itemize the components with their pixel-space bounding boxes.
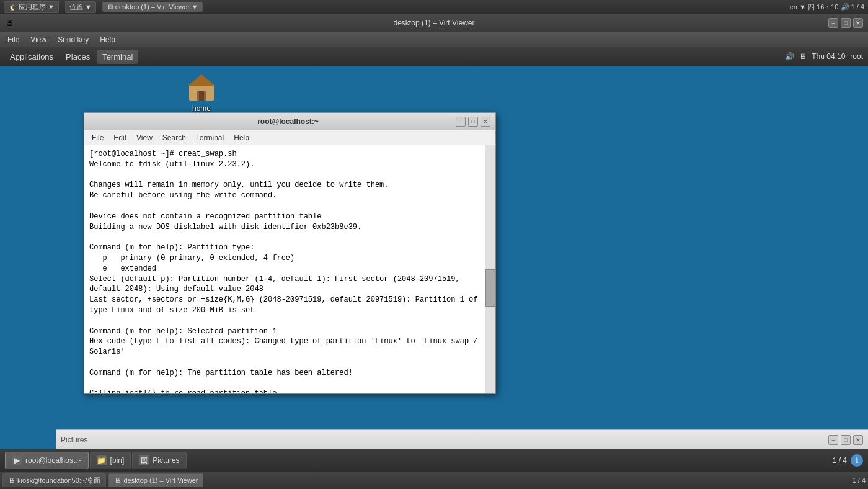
os-taskbar-virt-label: desktop (1) – Virt Viewer: [123, 477, 198, 484]
gnome-terminal-menu[interactable]: Terminal: [97, 50, 138, 64]
terminal-minimize-btn[interactable]: –: [456, 117, 466, 127]
app-menu-btn[interactable]: 🐧 应用程序 ▼: [4, 1, 59, 13]
terminal-menu-view[interactable]: View: [131, 132, 157, 143]
pictures-close-btn[interactable]: ✕: [853, 435, 863, 445]
pictures-maximize-btn[interactable]: □: [841, 435, 851, 445]
os-taskbar: 🖥 kiosk@foundation50:~/桌面 🖥 desktop (1) …: [0, 472, 868, 489]
os-taskbar-kiosk-icon: 🖥: [8, 477, 15, 484]
pictures-minimize-btn[interactable]: –: [828, 435, 838, 445]
terminal-window-buttons: – □ ✕: [456, 117, 490, 127]
active-app-icon: 🖥: [107, 3, 113, 11]
gnome-volume-icon: 🔊: [785, 52, 794, 61]
os-taskbar-kiosk-label: kiosk@foundation50:~/桌面: [17, 476, 100, 485]
taskbar-item-terminal[interactable]: ▶ root@localhost:~: [5, 452, 89, 469]
virt-viewer-menu-file[interactable]: File: [2, 34, 24, 45]
app-menu-label: 应用程序: [19, 2, 46, 12]
taskbar-pictures-label: Pictures: [153, 456, 179, 465]
places-menu-arrow: ▼: [85, 3, 92, 11]
gnome-bottom-taskbar: ▶ root@localhost:~ 📁 [bin] 🖼 Pictures 1 …: [0, 449, 868, 472]
gnome-applications-menu[interactable]: Applications: [5, 50, 58, 64]
virt-viewer-title: desktop (1) – Virt Viewer: [394, 19, 475, 27]
terminal-menu-edit[interactable]: Edit: [108, 132, 131, 143]
terminal-titlebar: root@localhost:~ – □ ✕: [84, 113, 495, 130]
os-taskbar-btn-virt[interactable]: 🖥 desktop (1) – Virt Viewer: [108, 473, 203, 487]
gnome-network-icon: 🖥: [799, 52, 807, 61]
app-menu-icon: 🐧: [8, 3, 17, 11]
terminal-body[interactable]: [root@localhost ~]# creat_swap.sh Welcom…: [84, 145, 495, 393]
svg-rect-3: [199, 91, 204, 101]
active-app-arrow: ▼: [192, 3, 198, 11]
terminal-menu-help[interactable]: Help: [229, 132, 254, 143]
os-taskbar-btn-kiosk[interactable]: 🖥 kiosk@foundation50:~/桌面: [2, 473, 106, 487]
pictures-window: Pictures – □ ✕: [56, 429, 868, 449]
chinese-taskbar-right: en ▼ 四 16：10 🔊 1 / 4: [790, 2, 864, 12]
taskbar-terminal-label: root@localhost:~: [25, 456, 82, 465]
terminal-scrollbar[interactable]: [485, 145, 495, 393]
app-menu-arrow: ▼: [48, 3, 55, 11]
virt-viewer-minimize-btn[interactable]: –: [828, 18, 838, 28]
terminal-window: root@localhost:~ – □ ✕ File Edit View Se…: [84, 112, 496, 394]
virt-viewer-menu-view[interactable]: View: [25, 34, 51, 45]
home-icon: [187, 72, 216, 102]
terminal-scrollbar-thumb[interactable]: [485, 269, 495, 307]
home-icon-label: home: [192, 104, 211, 113]
active-app-label: desktop (1) – Virt Viewer: [115, 3, 190, 11]
terminal-title: root@localhost:~: [257, 117, 319, 126]
os-taskbar-right: 1 / 4: [852, 477, 866, 484]
gnome-places-menu[interactable]: Places: [61, 50, 95, 64]
taskbar-item-bin[interactable]: 📁 [bin]: [90, 452, 131, 469]
terminal-menu-search[interactable]: Search: [157, 132, 191, 143]
terminal-maximize-btn[interactable]: □: [468, 117, 478, 127]
chinese-taskbar: 🐧 应用程序 ▼ 位置 ▼ 🖥 desktop (1) – Virt Viewe…: [0, 0, 868, 14]
terminal-menu-terminal[interactable]: Terminal: [191, 132, 229, 143]
taskbar-terminal-icon: ▶: [12, 455, 22, 465]
taskbar-info-icon[interactable]: ℹ: [851, 454, 863, 467]
virt-viewer-menu-sendkey[interactable]: Send key: [53, 34, 94, 45]
svg-marker-1: [188, 74, 215, 86]
os-taskbar-virt-icon: 🖥: [114, 477, 121, 484]
virt-viewer-menubar: File View Send key Help: [0, 32, 868, 47]
pictures-title: Pictures: [61, 436, 87, 444]
gnome-clock: Thu 04:10: [812, 52, 845, 61]
terminal-menubar: File Edit View Search Terminal Help: [84, 130, 495, 145]
taskbar-page-info: 1 / 4: [833, 456, 847, 465]
gnome-desktop: Applications Places Terminal 🔊 🖥 Thu 04:…: [0, 47, 868, 472]
desktop-icon-home[interactable]: home: [177, 72, 226, 113]
virt-viewer-app-icon: 🖥: [5, 18, 14, 28]
taskbar-item-pictures[interactable]: 🖼 Pictures: [132, 452, 186, 469]
virt-viewer-maximize-btn[interactable]: □: [841, 18, 851, 28]
taskbar-bin-icon: 📁: [97, 455, 107, 465]
virt-viewer-menu-help[interactable]: Help: [95, 34, 120, 45]
places-menu-label: 位置: [69, 2, 83, 12]
gnome-panel: Applications Places Terminal 🔊 🖥 Thu 04:…: [0, 47, 868, 66]
places-menu-btn[interactable]: 位置 ▼: [65, 1, 96, 13]
taskbar-bin-label: [bin]: [110, 456, 125, 465]
virt-viewer-window: 🐧 应用程序 ▼ 位置 ▼ 🖥 desktop (1) – Virt Viewe…: [0, 0, 868, 489]
terminal-menu-file[interactable]: File: [87, 132, 108, 143]
virt-viewer-titlebar: 🖥 desktop (1) – Virt Viewer – □ ✕: [0, 14, 868, 32]
taskbar-pictures-icon: 🖼: [139, 455, 149, 465]
terminal-close-btn[interactable]: ✕: [480, 117, 490, 127]
active-app-btn[interactable]: 🖥 desktop (1) – Virt Viewer ▼: [102, 2, 203, 12]
gnome-user: root: [850, 52, 863, 61]
virt-viewer-close-btn[interactable]: ✕: [853, 18, 863, 28]
